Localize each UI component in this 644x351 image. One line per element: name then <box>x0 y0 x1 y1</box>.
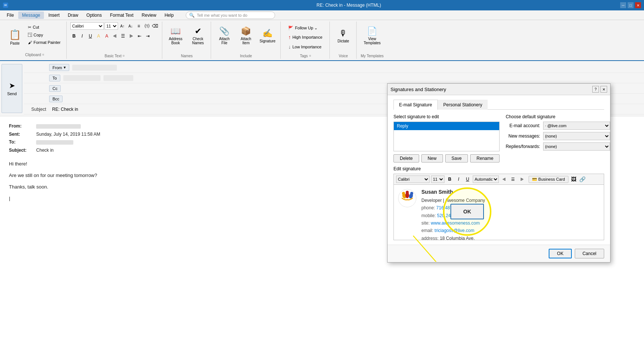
sent-meta-label: Sent: <box>9 131 35 139</box>
address-book-btn[interactable]: 📖 Address Book <box>166 22 185 49</box>
attach-file-btn[interactable]: 📎 Attach File <box>215 22 234 49</box>
tags-group: 🚩 Follow Up ⌄ ↑ High Importance ↓ Low Im… <box>281 22 330 59</box>
menu-message[interactable]: Message <box>18 12 44 19</box>
email-value[interactable]: triciagoss@live.com <box>434 228 474 233</box>
signature-btn[interactable]: ✍ Signature <box>258 22 277 49</box>
mobile-value[interactable]: 520.248.9633 <box>437 213 464 218</box>
shrink-font-btn[interactable]: A↓ <box>127 22 134 30</box>
email-account-select[interactable]: · @live.com <box>543 122 610 130</box>
cut-btn[interactable]: ✂ Cut <box>25 24 63 31</box>
sig-font-select[interactable]: Calibri <box>396 176 430 183</box>
font-select[interactable]: Calibri <box>70 22 104 30</box>
sig-list-item-reply[interactable]: Reply <box>394 122 499 130</box>
tab-email-signature[interactable]: E-mail Signature <box>393 100 438 110</box>
business-card-btn[interactable]: 💳 Business Card <box>529 176 568 183</box>
sig-hyperlink-btn[interactable]: 🔗 <box>579 176 586 183</box>
new-sig-btn[interactable]: New <box>421 154 443 162</box>
dialog-close-btn[interactable]: ✕ <box>600 86 607 93</box>
sig-align-center-btn[interactable]: ☰ <box>509 176 517 183</box>
attach-item-btn[interactable]: 📦 Attach Item <box>236 22 256 49</box>
replies-select[interactable]: (none) <box>543 142 610 151</box>
menu-draw[interactable]: Draw <box>64 12 82 19</box>
subject-meta-value: Check in <box>36 148 54 153</box>
menu-review[interactable]: Review <box>138 12 160 19</box>
italic-btn[interactable]: I <box>79 32 86 40</box>
from-btn[interactable]: From ▾ <box>49 64 69 71</box>
phone-value[interactable]: 716.487.1391 <box>436 205 463 210</box>
sig-italic-btn[interactable]: I <box>455 176 462 183</box>
menu-insert[interactable]: Insert <box>45 12 63 19</box>
dictate-icon: 🎙 <box>339 29 347 38</box>
check-names-label: Check Names <box>189 37 207 45</box>
menu-help[interactable]: Help <box>161 12 178 19</box>
minimize-btn[interactable]: ─ <box>620 2 626 8</box>
sig-img-btn[interactable]: 🖼 <box>570 176 577 183</box>
tab-personal-stationery[interactable]: Personal Stationery <box>438 100 488 110</box>
list-btn[interactable]: ≡ <box>135 22 143 30</box>
delete-sig-btn[interactable]: Delete <box>393 154 419 162</box>
email-label: email: <box>421 228 433 233</box>
cancel-btn[interactable]: Cancel <box>575 249 604 258</box>
close-window-btn[interactable]: ✕ <box>635 2 641 8</box>
ok-btn[interactable]: OK <box>549 249 571 258</box>
maximize-btn[interactable]: □ <box>628 2 634 8</box>
to-btn[interactable]: To <box>49 75 60 81</box>
copy-btn[interactable]: ⿹ Copy <box>25 32 63 38</box>
menu-file[interactable]: File <box>3 12 17 19</box>
high-importance-btn[interactable]: ↑ High Importance <box>286 33 325 41</box>
sig-size-select[interactable]: 11 <box>431 176 444 183</box>
search-label[interactable]: Tell me what you want to do <box>197 13 248 17</box>
low-importance-btn[interactable]: ↓ Low Importance <box>286 43 324 51</box>
align-center-btn[interactable]: ☰ <box>119 32 127 40</box>
site-value[interactable]: www.awesomeness.com <box>431 220 479 226</box>
view-templates-btn[interactable]: 📄 View Templates <box>363 22 382 49</box>
cc-btn[interactable]: Cc <box>49 85 61 92</box>
format-painter-btn[interactable]: 🖌 Format Painter <box>25 39 63 46</box>
rename-sig-btn[interactable]: Rename <box>470 154 500 162</box>
sig-color-select[interactable]: Automatic <box>473 176 499 183</box>
bcc-btn[interactable]: Bcc <box>49 96 63 102</box>
sig-underline-btn[interactable]: U <box>464 176 471 183</box>
sig-editor[interactable]: Susan Smith Developer | Awesome Company … <box>393 184 604 240</box>
menu-options[interactable]: Options <box>83 12 105 19</box>
send-btn[interactable]: ➤ Send <box>1 64 22 113</box>
basic-text-expand-icon[interactable]: ⌑ <box>123 54 124 58</box>
save-sig-btn[interactable]: Save <box>445 154 468 162</box>
sig-bold-btn[interactable]: B <box>446 176 453 183</box>
address-book-icon: 📖 <box>170 26 181 36</box>
menubar: File Message Insert Draw Options Format … <box>0 10 644 20</box>
align-right-btn[interactable]: ⫸ <box>128 32 135 40</box>
font-size-select[interactable]: 11 <box>105 22 118 30</box>
align-left-btn[interactable]: ⫷ <box>111 32 119 40</box>
follow-up-btn[interactable]: 🚩 Follow Up ⌄ <box>286 25 320 32</box>
dictate-btn[interactable]: 🎙 Dictate <box>334 22 353 49</box>
sig-content: Susan Smith Developer | Awesome Company … <box>397 188 601 240</box>
sig-align-left-btn[interactable]: ⫷ <box>500 176 508 183</box>
email-account-label: E-mail account: <box>506 123 540 128</box>
sig-logo <box>397 188 418 209</box>
menu-format-text[interactable]: Format Text <box>106 12 137 19</box>
check-names-btn[interactable]: ✔ Check Names <box>188 22 208 49</box>
new-messages-select[interactable]: (none) <box>543 132 610 140</box>
sig-align-right-btn[interactable]: ⫸ <box>518 176 526 183</box>
grow-font-btn[interactable]: A↑ <box>119 22 126 30</box>
tags-expand-icon[interactable]: ⌑ <box>309 54 311 58</box>
underline-btn[interactable]: U <box>87 32 94 40</box>
font-color-btn[interactable]: A <box>103 32 111 40</box>
increase-indent-btn[interactable]: ⇥ <box>144 32 152 40</box>
dialog-help-btn[interactable]: ? <box>592 86 599 93</box>
numbered-list-btn[interactable]: ⑴ <box>143 22 151 30</box>
clipboard-expand-icon[interactable]: ⌑ <box>42 53 44 57</box>
sig-toolbar: Calibri 11 B I U Automatic ⫷ ☰ ⫸ <box>393 174 604 184</box>
paste-btn[interactable]: 📋 Paste <box>6 24 24 51</box>
dialog-titlebar: Signatures and Stationery ? ✕ <box>388 84 610 95</box>
sig-list[interactable]: Reply <box>393 122 500 151</box>
decrease-indent-btn[interactable]: ⇤ <box>136 32 143 40</box>
follow-up-label: Follow Up ⌄ <box>295 26 318 30</box>
highlight-btn[interactable]: A <box>95 32 102 40</box>
clear-format-btn[interactable]: ⌫ <box>152 22 159 30</box>
subject-value[interactable]: RE: Check in <box>52 107 78 112</box>
basic-text-label: Basic Text <box>105 54 121 58</box>
dialog-section: Select signature to edit Reply Delete Ne… <box>393 114 604 162</box>
bold-btn[interactable]: B <box>70 32 78 40</box>
